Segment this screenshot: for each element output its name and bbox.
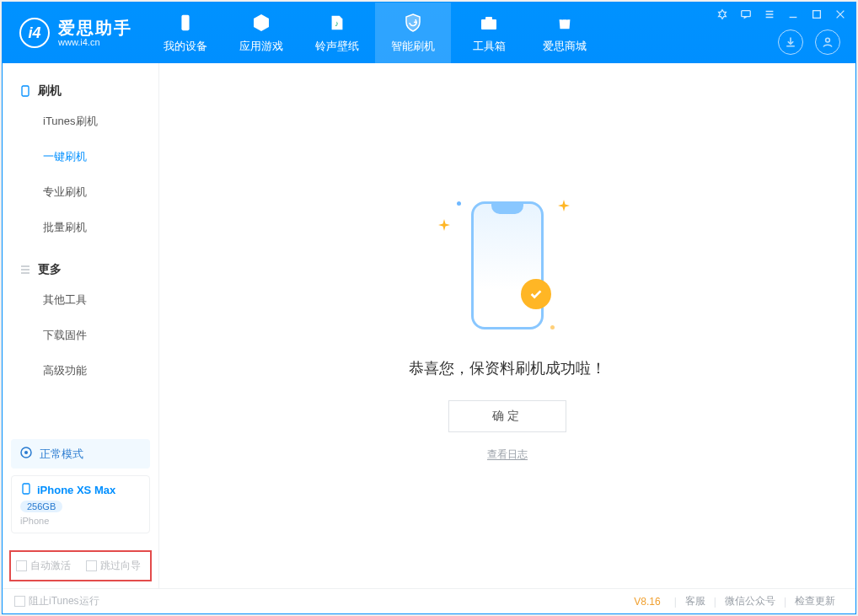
link-support[interactable]: 客服	[677, 594, 714, 608]
tab-label: 爱思商城	[543, 39, 587, 54]
tab-rings[interactable]: ♪ 铃声壁纸	[299, 3, 375, 63]
device-mode-label: 正常模式	[40, 447, 83, 462]
list-icon	[19, 264, 31, 276]
svg-rect-3	[485, 17, 492, 20]
sidebar-item-oneclick-flash[interactable]: 一键刷机	[3, 139, 158, 174]
sidebar-item-download-fw[interactable]: 下载固件	[3, 318, 158, 353]
tab-apps[interactable]: 应用游戏	[223, 3, 299, 63]
link-update[interactable]: 检查更新	[786, 594, 844, 608]
success-message: 恭喜您，保资料刷机成功啦！	[409, 358, 606, 378]
dot-icon	[457, 201, 461, 206]
view-log-link[interactable]: 查看日志	[487, 447, 528, 462]
checkbox-label: 自动激活	[30, 559, 71, 573]
checkbox-skip-guide[interactable]: 跳过向导	[86, 559, 141, 573]
theme-icon[interactable]	[716, 8, 729, 21]
svg-text:♪: ♪	[335, 19, 339, 28]
checkbox-auto-activate[interactable]: 自动激活	[16, 559, 71, 573]
checkbox-icon	[86, 560, 97, 571]
section-title: 刷机	[38, 83, 62, 99]
sidebar-item-advanced[interactable]: 高级功能	[3, 353, 158, 388]
device-name: iPhone XS Max	[37, 484, 115, 496]
tab-toolbox[interactable]: 工具箱	[451, 3, 527, 63]
section-title: 更多	[38, 262, 62, 277]
maximize-button[interactable]	[810, 8, 823, 21]
dot-icon	[550, 325, 555, 329]
checkbox-icon	[16, 560, 27, 571]
sparkle-icon	[558, 200, 570, 212]
app-window: i4 爱思助手 www.i4.cn 我的设备 应用游戏 ♪ 铃声壁纸 智能刷机	[2, 2, 856, 614]
device-mode-row[interactable]: 正常模式	[11, 439, 150, 469]
ok-button[interactable]: 确定	[448, 400, 566, 432]
svg-rect-2	[481, 19, 496, 29]
device-phone-icon	[20, 483, 32, 497]
device-capacity: 256GB	[20, 501, 62, 512]
minimize-button[interactable]	[786, 8, 800, 21]
sidebar-item-itunes-flash[interactable]: iTunes刷机	[3, 104, 158, 139]
menu-icon[interactable]	[763, 8, 776, 21]
svg-rect-0	[181, 15, 189, 30]
tab-label: 铃声壁纸	[315, 39, 359, 54]
tab-label: 工具箱	[473, 39, 506, 54]
window-controls	[716, 8, 847, 21]
app-url: www.i4.cn	[58, 37, 132, 47]
tab-label: 应用游戏	[239, 39, 283, 54]
device-info-row[interactable]: iPhone XS Max 256GB iPhone	[11, 475, 150, 533]
checkbox-block-itunes[interactable]: 阻止iTunes运行	[14, 594, 99, 608]
check-badge-icon	[521, 279, 551, 309]
sidebar: 刷机 iTunes刷机 一键刷机 专业刷机 批量刷机 更多 其他工具 下载固件 …	[3, 63, 159, 588]
sidebar-item-batch-flash[interactable]: 批量刷机	[3, 210, 158, 245]
svg-rect-7	[22, 86, 29, 96]
device-panel: 正常模式 iPhone XS Max 256GB iPhone	[3, 439, 158, 547]
app-logo: i4 爱思助手 www.i4.cn	[3, 18, 147, 48]
flash-options-box: 自动激活 跳过向导	[9, 550, 152, 581]
download-button[interactable]	[778, 29, 803, 55]
svg-rect-10	[23, 484, 29, 494]
toolbox-icon	[478, 12, 500, 34]
tab-label: 智能刷机	[391, 39, 435, 54]
app-name: 爱思助手	[58, 19, 132, 37]
device-type: iPhone	[20, 516, 49, 526]
status-bar: 阻止iTunes运行 V8.16 | 客服 | 微信公众号 | 检查更新	[3, 588, 855, 613]
svg-rect-4	[742, 11, 751, 17]
checkbox-icon	[14, 596, 25, 607]
svg-point-9	[24, 451, 28, 454]
checkbox-label: 阻止iTunes运行	[29, 594, 99, 608]
section-flash: 刷机	[3, 78, 158, 104]
account-button[interactable]	[815, 29, 840, 55]
main-tabs: 我的设备 应用游戏 ♪ 铃声壁纸 智能刷机 工具箱 爱思商城	[147, 3, 603, 63]
titlebar: i4 爱思助手 www.i4.cn 我的设备 应用游戏 ♪ 铃声壁纸 智能刷机	[3, 3, 855, 63]
svg-point-6	[826, 38, 830, 42]
version-label: V8.16	[634, 596, 660, 608]
cube-icon	[250, 12, 272, 34]
section-more: 更多	[3, 257, 158, 282]
mode-icon	[19, 446, 33, 462]
feedback-icon[interactable]	[739, 8, 753, 21]
main-content: 恭喜您，保资料刷机成功啦！ 确定 查看日志	[159, 63, 855, 588]
refresh-shield-icon	[402, 12, 424, 34]
checkbox-label: 跳过向导	[100, 559, 141, 573]
logo-icon: i4	[19, 18, 50, 48]
sidebar-item-other-tools[interactable]: 其他工具	[3, 282, 158, 318]
bag-icon	[554, 12, 576, 34]
sparkle-icon	[438, 219, 450, 231]
tab-flash[interactable]: 智能刷机	[375, 3, 451, 63]
close-button[interactable]	[834, 8, 847, 21]
tab-store[interactable]: 爱思商城	[527, 3, 603, 63]
phone-illustration	[471, 201, 544, 329]
body: 刷机 iTunes刷机 一键刷机 专业刷机 批量刷机 更多 其他工具 下载固件 …	[3, 63, 855, 588]
header-round-buttons	[778, 29, 840, 55]
success-illustration	[423, 190, 592, 341]
phone-outline-icon	[19, 85, 31, 97]
svg-rect-5	[813, 11, 821, 19]
link-wechat[interactable]: 微信公众号	[716, 594, 784, 608]
sidebar-item-pro-flash[interactable]: 专业刷机	[3, 174, 158, 210]
tab-label: 我的设备	[164, 39, 207, 54]
device-icon	[174, 12, 196, 34]
tab-mydevice[interactable]: 我的设备	[147, 3, 223, 63]
music-file-icon: ♪	[326, 12, 348, 34]
